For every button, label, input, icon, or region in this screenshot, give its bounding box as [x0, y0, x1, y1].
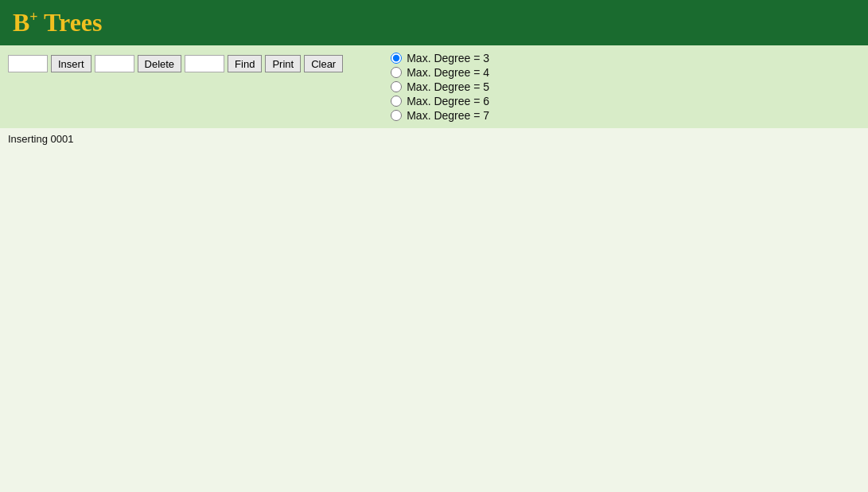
- status-message: Inserting 0001: [8, 133, 73, 145]
- find-button[interactable]: Find: [228, 55, 262, 72]
- insert-button[interactable]: Insert: [51, 55, 91, 72]
- radio-degree-6[interactable]: [391, 96, 402, 107]
- toolbar-controls: Insert Delete Find Print Clear: [8, 52, 343, 72]
- title-rest: Trees: [38, 8, 103, 37]
- radio-degree-3[interactable]: [391, 53, 402, 64]
- radio-label-3: Max. Degree = 3: [407, 52, 489, 64]
- radio-item-4[interactable]: Max. Degree = 4: [391, 66, 489, 79]
- radio-item-3[interactable]: Max. Degree = 3: [391, 52, 489, 64]
- radio-label-7: Max. Degree = 7: [407, 109, 489, 122]
- title-b: B: [13, 8, 29, 37]
- radio-label-4: Max. Degree = 4: [407, 66, 489, 79]
- insert-input[interactable]: [8, 55, 48, 72]
- main-canvas: [0, 150, 868, 468]
- clear-button[interactable]: Clear: [304, 55, 343, 72]
- radio-degree-4[interactable]: [391, 67, 402, 78]
- radio-degree-5[interactable]: [391, 81, 402, 92]
- status-bar: Inserting 0001: [0, 128, 868, 150]
- radio-item-5[interactable]: Max. Degree = 5: [391, 80, 489, 93]
- app-header: B+ Trees: [0, 0, 868, 45]
- delete-button[interactable]: Delete: [138, 55, 182, 72]
- degree-radio-group: Max. Degree = 3 Max. Degree = 4 Max. Deg…: [391, 52, 489, 122]
- toolbar: Insert Delete Find Print Clear Max. Degr…: [0, 45, 868, 128]
- radio-item-7[interactable]: Max. Degree = 7: [391, 109, 489, 122]
- radio-degree-7[interactable]: [391, 110, 402, 121]
- radio-item-6[interactable]: Max. Degree = 6: [391, 95, 489, 107]
- delete-input[interactable]: [95, 55, 134, 72]
- app-title: B+ Trees: [13, 8, 102, 37]
- title-plus: +: [29, 9, 37, 25]
- radio-label-5: Max. Degree = 5: [407, 80, 489, 93]
- find-input[interactable]: [185, 55, 224, 72]
- radio-label-6: Max. Degree = 6: [407, 95, 489, 107]
- print-button[interactable]: Print: [265, 55, 301, 72]
